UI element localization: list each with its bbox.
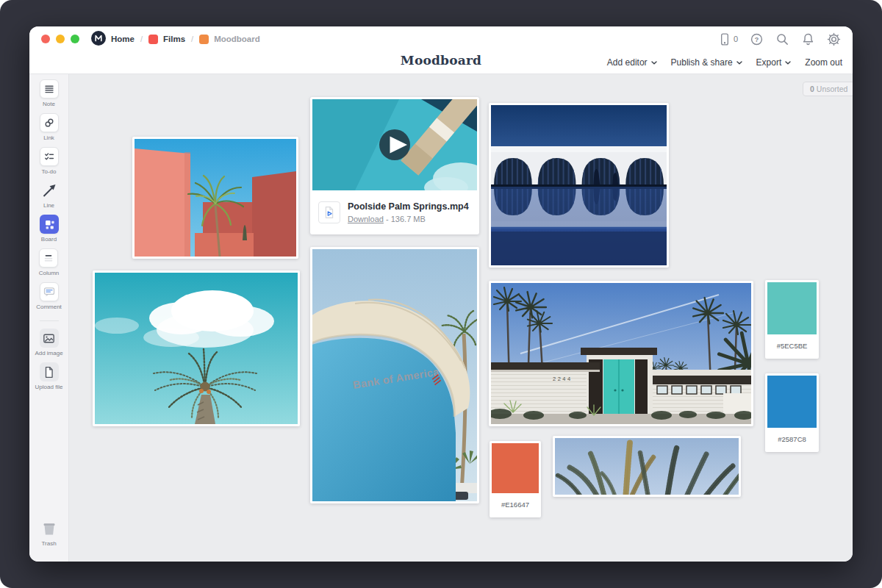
video-filesize: 136.7 MB [391,215,426,223]
header-actions: Add editor Publish & share Export Zoom o… [607,51,842,74]
chevron-down-icon [651,61,657,65]
tool-comment[interactable]: Comment [36,282,62,310]
tool-todo[interactable]: To-do [40,147,59,175]
note-icon [40,79,59,98]
swatch-teal-hex: #5EC5BE [767,334,817,356]
close-button[interactable] [41,35,50,43]
swatch-orange-color [492,443,539,493]
tool-column-label: Column [39,270,60,276]
publish-share-button[interactable]: Publish & share [671,57,742,68]
swatch-blue-color [767,376,817,428]
pool-video-thumbnail [312,99,477,190]
swatch-blue-hex: #2587C8 [767,428,817,450]
gear-icon [827,32,841,46]
blue-palace-illustration [491,105,667,265]
tool-upload-file-label: Upload file [35,384,63,390]
tool-line-label: Line [43,202,54,209]
tool-sidebar: Note Link To-do Line Board [29,74,69,562]
mobile-app-button[interactable]: 0 [718,32,738,46]
notifications-button[interactable] [801,32,815,46]
swatch-blue[interactable]: #2587C8 [765,373,819,452]
publish-share-label: Publish & share [671,57,733,68]
photo-palm-fronds[interactable] [553,436,741,497]
unsorted-badge[interactable]: 0Unsorted [803,82,853,96]
window-controls [41,35,79,43]
zoom-out-button[interactable]: Zoom out [805,57,842,68]
image-icon [40,329,59,348]
header: Home / Films / Moodboard 0 [29,26,853,74]
video-card[interactable]: Poolside Palm Springs.mp4 Download - 136… [310,97,479,234]
zoom-button[interactable] [71,35,79,43]
chevron-down-icon [785,61,791,65]
export-label: Export [756,57,782,68]
column-icon [39,248,58,268]
bank-building-illustration: Bank of America [312,249,477,501]
tool-column[interactable]: Column [39,248,60,276]
unsorted-count: 0 [810,85,814,93]
board-canvas[interactable]: 0Unsorted [69,74,853,562]
swatch-teal-color [767,282,817,334]
desktop-background: Home / Films / Moodboard 0 [0,0,882,588]
tool-note[interactable]: Note [40,79,59,107]
tool-note-label: Note [43,101,55,107]
video-filename: Poolside Palm Springs.mp4 [348,201,469,213]
device-count: 0 [734,35,738,43]
board-icon [40,215,59,234]
help-icon: ? [750,32,764,46]
help-button[interactable]: ? [750,32,764,46]
photo-blue-palace[interactable] [489,103,669,268]
minimize-button[interactable] [56,35,65,43]
zoom-out-label: Zoom out [805,57,842,68]
swatch-teal[interactable]: #5EC5BE [765,280,819,359]
download-link[interactable]: Download [348,215,384,223]
arrow-icon [40,181,59,200]
play-button[interactable] [379,129,410,160]
tool-todo-label: To-do [41,168,56,175]
video-meta-separator: - [386,215,389,223]
photo-palm-cloud[interactable] [93,270,300,426]
milanote-logo-icon [91,31,106,47]
palm-cloud-illustration [95,273,298,424]
unsorted-label: Unsorted [817,85,848,93]
phone-icon [718,32,731,46]
tool-link[interactable]: Link [40,113,59,141]
breadcrumb-moodboard-label: Moodboard [214,35,260,43]
search-icon [775,32,789,46]
tool-line[interactable]: Line [40,181,59,209]
photo-midcentury-house[interactable]: 2244 [489,281,753,426]
video-file-info: Poolside Palm Springs.mp4 Download - 136… [348,201,469,223]
trash-dropzone[interactable]: Trash [29,519,68,547]
app-window: Home / Films / Moodboard 0 [29,26,853,562]
breadcrumb: Home / Films / Moodboard [91,31,260,47]
breadcrumb-home-label: Home [111,35,135,43]
tool-add-image[interactable]: Add image [35,329,62,356]
export-button[interactable]: Export [756,57,792,68]
topbar-icons: 0 ? [718,32,841,46]
search-button[interactable] [775,32,789,46]
tool-link-label: Link [43,135,54,141]
add-editor-button[interactable]: Add editor [607,57,657,68]
photo-pink-building[interactable] [132,137,298,259]
settings-button[interactable] [827,32,841,46]
swatch-orange-hex: #E16647 [492,493,539,515]
pink-building-illustration [135,139,296,257]
tool-board-label: Board [41,236,57,243]
tool-add-image-label: Add image [35,350,62,356]
breadcrumb-separator: / [191,35,193,43]
midcentury-house-illustration: 2244 [491,283,751,424]
breadcrumb-moodboard[interactable]: Moodboard [199,35,260,44]
titlebar: Home / Films / Moodboard 0 [29,26,853,51]
tool-comment-label: Comment [36,304,62,310]
video-file-icon [318,201,340,223]
add-editor-label: Add editor [607,57,648,68]
breadcrumb-separator: / [140,35,143,43]
link-icon [40,113,59,132]
breadcrumb-home[interactable]: Home [91,31,135,47]
tool-upload-file[interactable]: Upload file [35,362,63,390]
photo-bank-building[interactable]: Bank of America [310,247,479,503]
tool-board[interactable]: Board [40,215,59,243]
swatch-orange[interactable]: #E16647 [490,441,541,517]
svg-text:?: ? [755,35,759,43]
breadcrumb-films[interactable]: Films [148,35,185,44]
chevron-down-icon [736,61,742,65]
